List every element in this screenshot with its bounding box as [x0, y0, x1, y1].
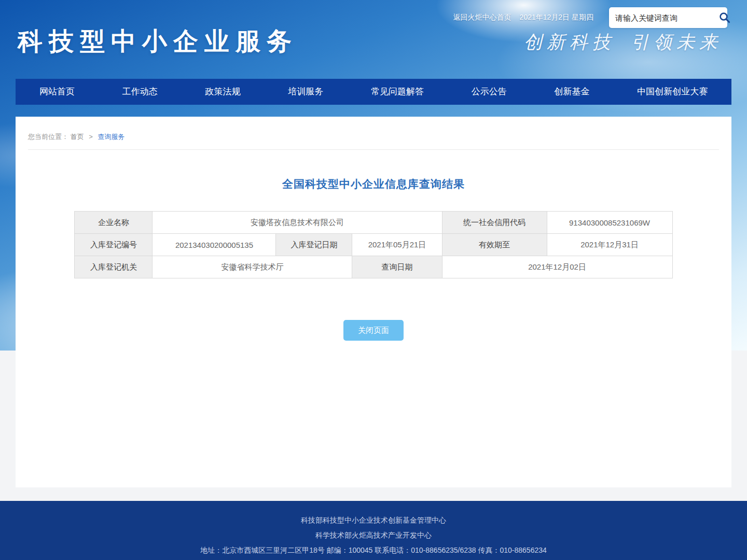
nav-item-training[interactable]: 培训服务: [285, 79, 326, 105]
top-bar: 返回火炬中心首页 2021年12月2日 星期四: [453, 7, 727, 28]
nav-item-innovation-fund[interactable]: 创新基金: [551, 79, 592, 105]
nav-item-announcements[interactable]: 公示公告: [468, 79, 510, 105]
valid-until-value: 2021年12月31日: [547, 234, 672, 256]
registration-date-label: 入库登记日期: [276, 234, 352, 256]
nav-item-policies[interactable]: 政策法规: [202, 79, 243, 105]
registration-authority-label: 入库登记机关: [75, 256, 153, 278]
registration-authority-value: 安徽省科学技术厅: [153, 256, 352, 278]
query-result-table: 企业名称 安徽塔孜信息技术有限公司 统一社会信用代码 9134030008523…: [74, 211, 672, 278]
main-nav: 网站首页 工作动态 政策法规 培训服务 常见问题解答 公示公告 创新基金 中国创…: [16, 79, 731, 105]
site-header: 科技型中小企业服务 创新科技引领未来 返回火炬中心首页 2021年12月2日 星…: [0, 0, 747, 79]
footer-address-line: 地址：北京市西城区三里河二区甲18号 邮编：100045 联系电话：010-88…: [200, 545, 547, 555]
search-icon: [718, 11, 731, 24]
breadcrumb-prefix: 您当前位置：: [28, 133, 68, 141]
button-row: 关闭页面: [16, 320, 731, 341]
nav-item-work-news[interactable]: 工作动态: [119, 79, 161, 105]
search-box: [609, 7, 727, 28]
table-row: 企业名称 安徽塔孜信息技术有限公司 统一社会信用代码 9134030008523…: [75, 212, 672, 234]
credit-code-label: 统一社会信用代码: [442, 212, 547, 234]
site-footer: 科技部科技型中小企业技术创新基金管理中心 科学技术部火炬高技术产业开发中心 地址…: [0, 501, 747, 560]
close-page-button[interactable]: 关闭页面: [343, 320, 404, 341]
current-date: 2021年12月2日 星期四: [520, 13, 593, 22]
registration-number-label: 入库登记编号: [75, 234, 153, 256]
company-name-label: 企业名称: [75, 212, 153, 234]
table-row: 入库登记编号 202134030200005135 入库登记日期 2021年05…: [75, 234, 672, 256]
company-name-value: 安徽塔孜信息技术有限公司: [153, 212, 442, 234]
nav-item-innovation-contest[interactable]: 中国创新创业大赛: [634, 79, 711, 105]
credit-code-value: 91340300085231069W: [547, 212, 672, 234]
breadcrumb-current-link[interactable]: 查询服务: [98, 133, 125, 141]
query-date-value: 2021年12月02日: [442, 256, 672, 278]
slogan-part2: 引领未来: [631, 32, 722, 52]
valid-until-label: 有效期至: [442, 234, 547, 256]
search-button[interactable]: [718, 10, 731, 25]
site-slogan: 创新科技引领未来: [524, 30, 722, 54]
footer-org-line1: 科技部科技型中小企业技术创新基金管理中心: [301, 515, 446, 525]
registration-number-value: 202134030200005135: [153, 234, 276, 256]
slogan-part1: 创新科技: [524, 32, 615, 52]
torch-center-home-link[interactable]: 返回火炬中心首页: [453, 13, 511, 22]
table-row: 入库登记机关 安徽省科学技术厅 查询日期 2021年12月02日: [75, 256, 672, 278]
breadcrumb: 您当前位置： 首页 > 查询服务: [28, 117, 719, 150]
nav-item-faq[interactable]: 常见问题解答: [368, 79, 427, 105]
breadcrumb-home-link[interactable]: 首页: [71, 133, 84, 141]
breadcrumb-separator: >: [89, 133, 93, 141]
nav-item-home[interactable]: 网站首页: [36, 79, 78, 105]
query-date-label: 查询日期: [352, 256, 442, 278]
site-logo: 科技型中小企业服务: [18, 25, 298, 58]
search-input[interactable]: [615, 13, 718, 22]
registration-date-value: 2021年05月21日: [352, 234, 442, 256]
page-title: 全国科技型中小企业信息库查询结果: [16, 177, 731, 191]
footer-org-line2: 科学技术部火炬高技术产业开发中心: [315, 530, 432, 540]
content-panel: 您当前位置： 首页 > 查询服务 全国科技型中小企业信息库查询结果 企业名称 安…: [16, 117, 731, 487]
